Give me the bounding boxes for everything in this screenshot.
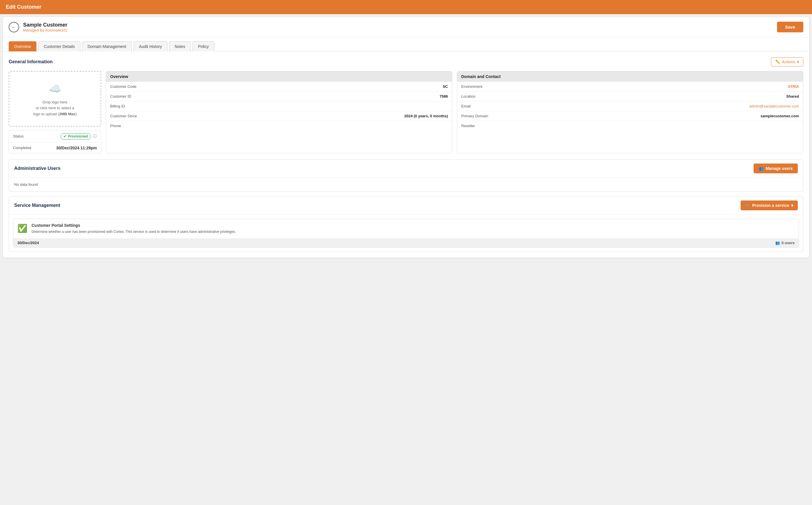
domain-row-3: Primary Domain samplecustomer.com [457, 111, 803, 121]
overview-row-3: Customer Since 2024 (0 years, 0 months) [106, 111, 452, 121]
service-date: 30/Dec/2024 [17, 241, 39, 245]
domain-contact-panel-header: Domain and Contact [457, 71, 803, 82]
content: General Information ✏️ Actions ▾ ☁️ Drop… [3, 51, 809, 258]
general-info-grid: ☁️ Drop logo here or click here to selec… [9, 71, 803, 153]
overview-val-0: SC [443, 85, 448, 89]
admin-users-title: Administrative Users [14, 166, 61, 171]
info-icon[interactable]: ⓘ [93, 134, 97, 139]
tab-audit-history[interactable]: Audit History [134, 41, 167, 51]
users-count: 👥 0 users [775, 241, 795, 245]
customer-info: Sample Customer Managed By Automate101 [23, 22, 68, 32]
tab-overview[interactable]: Overview [9, 41, 36, 51]
service-description: Determine whether a user has been provis… [31, 229, 236, 234]
domain-row-1: Location Shared [457, 92, 803, 102]
overview-key-3: Customer Since [110, 114, 137, 118]
upload-icon: ☁️ [15, 80, 95, 97]
top-bar: Edit Customer [0, 0, 812, 14]
domain-val-0: ATRIA [788, 85, 799, 89]
upload-line3: logo to upload (2MB Max) [15, 111, 95, 117]
overview-key-4: Phone [110, 124, 121, 128]
actions-button[interactable]: ✏️ Actions ▾ [771, 57, 803, 66]
upload-line2: or click here to select a [15, 105, 95, 111]
manage-users-button[interactable]: 👥 Manage users [753, 164, 798, 173]
general-info-title: General Information [9, 59, 52, 64]
tabs-row: Overview Customer Details Domain Managem… [3, 37, 809, 51]
overview-row-1: Customer ID 7586 [106, 92, 452, 102]
completed-value: 30/Dec/2024 11:29pm [56, 146, 97, 150]
service-management-title: Service Management [14, 203, 60, 208]
provision-label: Provision a service [752, 203, 789, 208]
status-section: Status ✔ Provisioned ⓘ Completed 30/Dec/… [9, 130, 101, 153]
tab-notes[interactable]: Notes [169, 41, 191, 51]
overview-val-3: 2024 (0 years, 0 months) [404, 114, 448, 118]
domain-key-3: Primary Domain [461, 114, 488, 118]
provisioned-text: Provisioned [68, 134, 88, 138]
completed-label: Completed [13, 146, 31, 150]
tab-policy[interactable]: Policy [193, 41, 214, 51]
domain-row-4: Reseller [457, 121, 803, 131]
users-icon: 👥 [759, 166, 764, 171]
service-header: Service Management 🛒 Provision a service… [9, 196, 803, 215]
status-label: Status [13, 134, 24, 138]
users-icon-small: 👥 [775, 241, 780, 245]
service-management-section: Service Management 🛒 Provision a service… [9, 196, 803, 252]
status-row: Status ✔ Provisioned ⓘ [9, 130, 101, 143]
service-title: Customer Portal Settings [31, 223, 236, 228]
domain-key-1: Location [461, 94, 475, 99]
domain-key-4: Reseller [461, 124, 475, 128]
domain-key-2: Email [461, 104, 471, 108]
no-data-text: No data found [9, 178, 803, 191]
overview-row-2: Billing ID [106, 102, 452, 111]
completed-row: Completed 30/Dec/2024 11:29pm [9, 143, 101, 153]
domain-contact-panel: Domain and Contact Environment ATRIA Loc… [457, 71, 803, 153]
logo-status-column: ☁️ Drop logo here or click here to selec… [9, 71, 101, 153]
overview-row-4: Phone [106, 121, 452, 131]
customer-name: Sample Customer [23, 22, 68, 28]
service-card-body: ✅ Customer Portal Settings Determine whe… [13, 219, 799, 238]
managed-by: Managed By Automate101 [23, 28, 68, 32]
provision-service-button[interactable]: 🛒 Provision a service ▾ [740, 200, 798, 210]
domain-row-0: Environment ATRIA [457, 82, 803, 92]
chevron-down-icon: ▾ [791, 203, 793, 208]
service-check-icon: ✅ [17, 224, 27, 233]
overview-key-2: Billing ID [110, 104, 125, 108]
service-info: Customer Portal Settings Determine wheth… [31, 223, 236, 234]
chevron-down-icon: ▾ [797, 59, 799, 64]
domain-val-1: Shared [786, 94, 799, 99]
users-count-value: 0 users [781, 241, 795, 245]
header-row: ← Sample Customer Managed By Automate101… [3, 17, 809, 37]
back-button[interactable]: ← [9, 22, 19, 32]
header-left: ← Sample Customer Managed By Automate101 [9, 22, 68, 32]
admin-users-section: Administrative Users 👥 Manage users No d… [9, 159, 803, 191]
admin-header: Administrative Users 👥 Manage users [9, 159, 803, 178]
upload-line1: Drop logo here [15, 100, 95, 106]
cart-icon: 🛒 [745, 203, 750, 208]
page-title: Edit Customer [6, 4, 41, 10]
overview-panel: Overview Customer Code SC Customer ID 75… [106, 71, 452, 153]
overview-val-1: 7586 [440, 94, 448, 99]
check-circle-icon: ✔ [64, 134, 67, 138]
overview-key-0: Customer Code [110, 85, 136, 89]
main-container: ← Sample Customer Managed By Automate101… [3, 17, 809, 258]
tab-domain-management[interactable]: Domain Management [82, 41, 132, 51]
provisioned-badge: ✔ Provisioned [61, 133, 91, 140]
domain-row-2: Email admin@samplecustomer.com [457, 102, 803, 111]
save-button[interactable]: Save [777, 22, 803, 32]
general-info-section-header: General Information ✏️ Actions ▾ [9, 57, 803, 66]
manage-users-label: Manage users [766, 166, 793, 171]
overview-key-1: Customer ID [110, 94, 131, 99]
overview-row-0: Customer Code SC [106, 82, 452, 92]
edit-icon: ✏️ [775, 59, 780, 64]
domain-val-2: admin@samplecustomer.com [749, 104, 799, 108]
tab-customer-details[interactable]: Customer Details [38, 41, 80, 51]
actions-label: Actions [782, 59, 795, 64]
domain-val-3: samplecustomer.com [761, 114, 799, 118]
logo-upload-box[interactable]: ☁️ Drop logo here or click here to selec… [9, 71, 101, 127]
service-footer: 30/Dec/2024 👥 0 users [13, 238, 799, 247]
domain-key-0: Environment [461, 85, 482, 89]
overview-panel-header: Overview [106, 71, 452, 82]
service-card: ✅ Customer Portal Settings Determine whe… [13, 219, 799, 247]
